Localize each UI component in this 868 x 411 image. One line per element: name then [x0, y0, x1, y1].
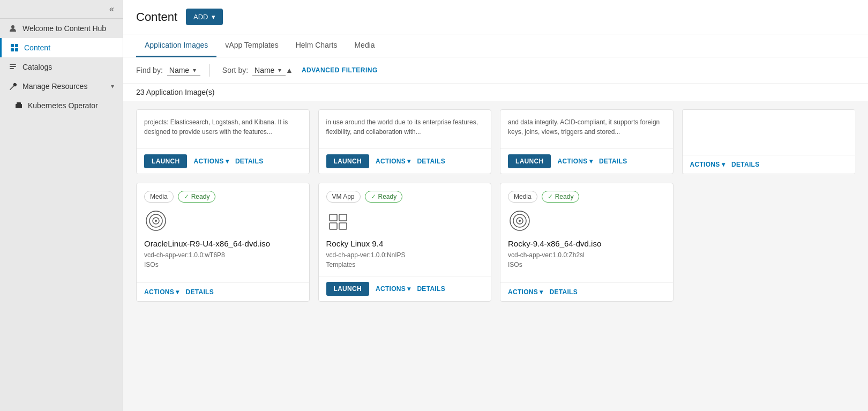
svg-rect-14 [330, 214, 337, 221]
tab-media[interactable]: Media [346, 34, 383, 57]
top-card-3-footer: LAUNCH ACTIONS ▾ DETAILS [500, 148, 673, 174]
sidebar-item-catalogs-label: Catalogs [23, 63, 52, 71]
sidebar-item-welcome-label: Welcome to Content Hub [23, 24, 106, 33]
tab-application-images[interactable]: Application Images [136, 34, 216, 57]
sidebar-item-manage-resources[interactable]: Manage Resources ▾ [0, 77, 123, 96]
card-rocky-linux-badges: VM App ✓ Ready [326, 191, 484, 203]
card-rocky-iso: Media ✓ Ready [500, 183, 674, 302]
main-header: Content ADD ▾ [123, 0, 868, 34]
sort-ascending-button[interactable]: ▲ [286, 66, 293, 74]
card-oracle-linux-name: OracleLinux-R9-U4-x86_64-dvd.iso [144, 239, 302, 248]
tab-helm-charts[interactable]: Helm Charts [287, 34, 346, 57]
find-by-group: Find by: Name ▾ [136, 65, 196, 76]
top-card-4-footer: ACTIONS ▾ DETAILS [683, 155, 856, 174]
svg-rect-7 [10, 68, 14, 69]
actions-chevron-icon-5: ▾ [176, 288, 179, 296]
sidebar: « Welcome to Content Hub Co [0, 0, 123, 411]
svg-rect-5 [10, 64, 16, 65]
top-card-3-details-button[interactable]: DETAILS [599, 158, 627, 165]
top-card-4-body [683, 110, 856, 155]
svg-rect-16 [330, 223, 337, 229]
wrench-icon [9, 82, 17, 91]
card-rocky-linux-footer: LAUNCH ACTIONS ▾ DETAILS [319, 276, 491, 301]
sort-by-select[interactable]: Name [252, 65, 286, 76]
card-rocky-linux-body: VM App ✓ Ready [319, 183, 491, 276]
top-card-3-launch-button[interactable]: LAUNCH [508, 154, 551, 168]
svg-rect-8 [16, 104, 22, 108]
sidebar-item-welcome[interactable]: Welcome to Content Hub [0, 19, 123, 38]
sidebar-collapse-button[interactable]: « [106, 3, 117, 15]
card-oracle-linux-details-button[interactable]: DETAILS [185, 288, 214, 296]
top-card-1-actions-button[interactable]: ACTIONS ▾ [193, 158, 228, 165]
top-card-1-body: projects: Elasticsearch, Logstash, and K… [137, 110, 309, 148]
find-by-label: Find by: [136, 66, 163, 74]
catalog-icon [9, 63, 17, 71]
sidebar-item-content-label: Content [24, 43, 50, 52]
grid-icon [10, 43, 19, 52]
content-tabs: Application Images vApp Templates Helm C… [123, 34, 868, 57]
card-rocky-linux-details-button[interactable]: DETAILS [417, 285, 445, 293]
add-button[interactable]: ADD ▾ [186, 9, 222, 25]
top-card-3-actions-button[interactable]: ACTIONS ▾ [557, 158, 592, 165]
badge-ready-3: ✓ Ready [542, 191, 580, 203]
sort-by-label: Sort by: [222, 66, 248, 74]
top-card-2-details-button[interactable]: DETAILS [417, 158, 445, 165]
card-rocky-iso-footer: ACTIONS ▾ DETAILS [500, 282, 673, 301]
actions-chevron-icon-6: ▾ [407, 285, 410, 293]
top-card-3: and data integrity. ACID-compliant, it s… [500, 109, 674, 174]
actions-chevron-icon-3: ▾ [589, 158, 593, 165]
sidebar-navigation: Welcome to Content Hub Content [0, 19, 123, 115]
page-title: Content [136, 10, 177, 24]
card-rocky-linux-category: Templates [326, 261, 484, 268]
find-by-select[interactable]: Name [167, 65, 200, 76]
card-rocky-iso-version: vcd-ch-app-ver:1.0.0:Zh2sl [508, 251, 665, 259]
card-rocky-iso-actions-button[interactable]: ACTIONS ▾ [508, 288, 543, 296]
add-button-label: ADD [193, 13, 208, 21]
sidebar-item-kubernetes-label: Kubernetes Operator [28, 101, 98, 110]
sidebar-item-catalogs[interactable]: Catalogs [0, 57, 123, 77]
sidebar-collapse-area: « [0, 0, 123, 19]
cards-bottom-row: Media ✓ Ready [136, 183, 855, 302]
actions-chevron-icon: ▾ [226, 158, 229, 165]
card-rocky-iso-body: Media ✓ Ready [500, 183, 673, 282]
card-rocky-iso-details-button[interactable]: DETAILS [549, 288, 578, 296]
top-card-2-desc: in use around the world due to its enter… [326, 117, 484, 137]
sort-by-group: Sort by: Name ▾ ▲ [222, 65, 293, 76]
card-oracle-linux-actions-button[interactable]: ACTIONS ▾ [144, 288, 179, 296]
top-card-2-actions-button[interactable]: ACTIONS ▾ [376, 158, 410, 165]
badge-media-1: Media [144, 191, 174, 203]
top-card-1-launch-button[interactable]: LAUNCH [144, 154, 187, 168]
card-rocky-linux: VM App ✓ Ready [318, 183, 492, 302]
svg-rect-9 [17, 102, 21, 104]
check-icon-3: ✓ [548, 193, 553, 200]
tab-vapp-templates[interactable]: vApp Templates [216, 34, 287, 57]
svg-point-21 [519, 220, 521, 222]
cards-top-row: projects: Elasticsearch, Logstash, and K… [136, 109, 855, 174]
top-card-1-details-button[interactable]: DETAILS [235, 158, 264, 165]
badge-media-3: Media [508, 191, 537, 203]
card-oracle-linux-body: Media ✓ Ready [137, 183, 309, 282]
person-icon [9, 24, 17, 33]
card-rocky-iso-badges: Media ✓ Ready [508, 191, 665, 203]
sidebar-item-content[interactable]: Content [0, 38, 123, 57]
svg-point-0 [11, 25, 14, 28]
card-rocky-linux-name: Rocky Linux 9.4 [326, 239, 484, 248]
badge-ready-1: ✓ Ready [178, 191, 216, 203]
advanced-filtering-button[interactable]: ADVANCED FILTERING [302, 66, 378, 74]
actions-chevron-icon-4: ▾ [722, 161, 725, 168]
filter-divider [209, 64, 209, 77]
card-rocky-linux-actions-button[interactable]: ACTIONS ▾ [376, 285, 410, 293]
card-rocky-linux-launch-button[interactable]: LAUNCH [326, 282, 369, 296]
top-card-2-launch-button[interactable]: LAUNCH [326, 154, 369, 168]
top-card-4-actions-button[interactable]: ACTIONS ▾ [690, 161, 725, 168]
badge-ready-2: ✓ Ready [365, 191, 403, 203]
top-card-1-desc: projects: Elasticsearch, Logstash, and K… [144, 117, 302, 137]
card-oracle-linux-badges: Media ✓ Ready [144, 191, 302, 203]
chevron-down-icon: ▾ [111, 83, 114, 90]
card-oracle-linux-category: ISOs [144, 261, 302, 268]
top-card-4-details-button[interactable]: DETAILS [731, 161, 760, 168]
check-icon-1: ✓ [184, 193, 189, 200]
sidebar-item-kubernetes[interactable]: Kubernetes Operator [0, 96, 123, 115]
main-content: Content ADD ▾ Application Images vApp Te… [123, 0, 868, 411]
svg-rect-6 [10, 66, 16, 67]
